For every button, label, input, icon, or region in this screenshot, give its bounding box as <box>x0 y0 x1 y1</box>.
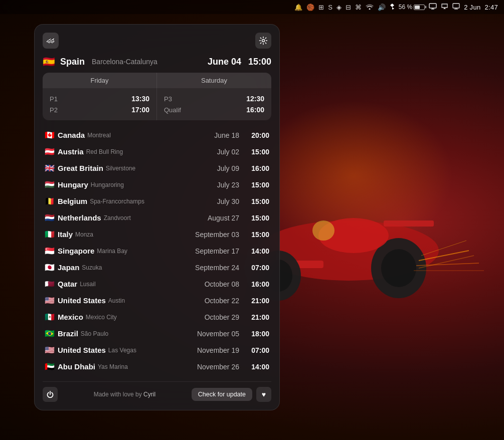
race-date: September 03 <box>195 231 244 239</box>
featured-country: Spain <box>60 57 85 67</box>
race-circuit: Montreal <box>87 132 111 139</box>
race-circuit: São Paulo <box>81 330 108 337</box>
race-list-item: 🇯🇵 Japan Suzuka September 24 07:00 <box>43 260 271 275</box>
race-time: 21:00 <box>244 313 269 321</box>
race-flag: 🇲🇽 <box>45 312 58 322</box>
race-date: September 24 <box>195 264 244 272</box>
race-time: 21:00 <box>244 297 269 305</box>
race-country: Belgium <box>58 197 87 205</box>
bluetooth-icon[interactable] <box>390 3 395 12</box>
cast-icon[interactable] <box>452 3 460 11</box>
race-flag: 🇶🇦 <box>45 279 58 289</box>
svg-rect-14 <box>429 4 436 8</box>
race-list: 🇨🇦 Canada Montreal June 18 20:00 🇦🇹 Aust… <box>43 127 271 374</box>
race-country: Italy <box>58 230 73 239</box>
race-country: United States <box>58 346 106 354</box>
logo-icon: 🏎 <box>47 36 55 45</box>
race-circuit: Zandvoort <box>104 214 131 222</box>
race-list-item: 🇦🇹 Austria Red Bull Ring July 02 15:00 <box>43 144 271 159</box>
race-date: September 17 <box>195 247 244 255</box>
race-date: July 09 <box>199 164 244 172</box>
race-list-item: 🇺🇸 United States Austin October 22 21:00 <box>43 293 271 308</box>
widget-footer: Made with love by Cyril Check for update… <box>43 381 271 402</box>
settings-button[interactable] <box>255 33 271 49</box>
race-flag: 🇦🇹 <box>45 147 58 156</box>
race-circuit: Spa-Francorchamps <box>90 198 144 205</box>
schedule-grid: Friday Saturday P1 13:30 P2 17:00 P3 12:… <box>43 73 271 120</box>
airplay-icon[interactable] <box>441 3 448 11</box>
featured-date: June 04 <box>208 57 241 67</box>
race-time: 18:00 <box>244 330 269 338</box>
race-country: United States <box>58 296 106 305</box>
race-circuit: Lusail <box>80 281 95 288</box>
p3-time: 12:30 <box>246 95 264 103</box>
menu-date: 2 Jun <box>464 4 480 11</box>
p3-label: P3 <box>164 95 172 103</box>
layers-icon[interactable]: ◈ <box>337 4 342 11</box>
race-date: July 30 <box>199 197 244 205</box>
race-country: Hungary <box>58 180 88 189</box>
race-date: July 23 <box>199 181 244 189</box>
schedule-header: Friday Saturday <box>43 73 271 88</box>
race-list-item: 🇶🇦 Qatar Lusail October 08 16:00 <box>43 276 271 292</box>
race-list-item: 🇳🇱 Netherlands Zandvoort August 27 15:00 <box>43 210 271 226</box>
friday-sessions: P1 13:30 P2 17:00 <box>43 88 157 120</box>
race-circuit: Monza <box>75 231 93 238</box>
p3-row: P3 12:30 <box>164 93 264 104</box>
race-list-item: 🇸🇬 Singapore Marina Bay September 17 14:… <box>43 243 271 259</box>
grid-icon[interactable]: ⊞ <box>318 4 324 11</box>
race-time: 07:00 <box>244 264 269 272</box>
wifi-icon[interactable] <box>366 4 374 11</box>
race-list-item: 🇺🇸 United States Las Vegas November 19 0… <box>43 342 271 358</box>
race-list-item: 🇧🇪 Belgium Spa-Francorchamps July 30 15:… <box>43 193 271 209</box>
race-country: Singapore <box>58 247 94 255</box>
heart-button[interactable]: ♥ <box>256 387 271 402</box>
race-country: Abu Dhabi <box>58 362 95 371</box>
race-time: 15:00 <box>244 214 269 222</box>
race-circuit: Mexico City <box>86 314 117 321</box>
race-flag: 🇨🇦 <box>45 130 58 140</box>
power-button[interactable] <box>43 387 58 402</box>
race-list-item: 🇭🇺 Hungary Hungaroring July 23 15:00 <box>43 177 271 192</box>
app-icon-5[interactable]: ⊟ <box>346 4 351 11</box>
race-circuit: Red Bull Ring <box>86 148 123 155</box>
cmd-icon[interactable]: ⌘ <box>355 4 362 11</box>
featured-circuit: Barcelona-Catalunya <box>92 58 157 66</box>
notification-icon[interactable]: 🔔 <box>294 4 302 11</box>
qualif-time: 16:00 <box>246 106 264 114</box>
glow-decoration <box>253 100 454 251</box>
race-country: Japan <box>58 263 79 272</box>
volume-icon[interactable]: 🔊 <box>378 4 386 11</box>
display-icon[interactable] <box>429 3 437 11</box>
p1-row: P1 13:30 <box>50 93 149 104</box>
qualif-row: Qualif 16:00 <box>164 104 264 115</box>
race-country: Canada <box>58 131 85 139</box>
race-time: 20:00 <box>244 131 269 139</box>
race-flag: 🇯🇵 <box>45 263 58 272</box>
featured-time: 15:00 <box>248 57 271 67</box>
race-list-item: 🇲🇽 Mexico Mexico City October 29 21:00 <box>43 309 271 325</box>
race-time: 16:00 <box>244 164 269 172</box>
race-time: 07:00 <box>244 346 269 354</box>
author-link[interactable]: Cyril <box>143 391 155 398</box>
p1-time: 13:30 <box>131 95 149 103</box>
skype-icon[interactable]: S <box>328 4 332 11</box>
race-date: October 29 <box>199 313 244 321</box>
featured-datetime: June 04 15:00 <box>208 57 271 67</box>
battery-fill <box>415 6 420 9</box>
svg-rect-17 <box>453 4 459 8</box>
friday-header: Friday <box>43 73 157 88</box>
race-time: 15:00 <box>244 148 269 156</box>
p2-row: P2 17:00 <box>50 104 149 115</box>
race-circuit: Las Vegas <box>108 347 136 354</box>
race-flag: 🇭🇺 <box>45 180 58 189</box>
race-time: 15:00 <box>244 197 269 205</box>
race-circuit: Austin <box>108 297 125 304</box>
race-country: Mexico <box>58 313 83 321</box>
race-country: Qatar <box>58 280 77 288</box>
race-time: 16:00 <box>244 280 269 288</box>
race-country: Brazil <box>58 329 78 338</box>
basketball-icon[interactable]: 🏀 <box>306 4 314 11</box>
check-update-button[interactable]: Check for update <box>192 388 252 401</box>
battery-percent-label: 56 % <box>399 4 412 11</box>
